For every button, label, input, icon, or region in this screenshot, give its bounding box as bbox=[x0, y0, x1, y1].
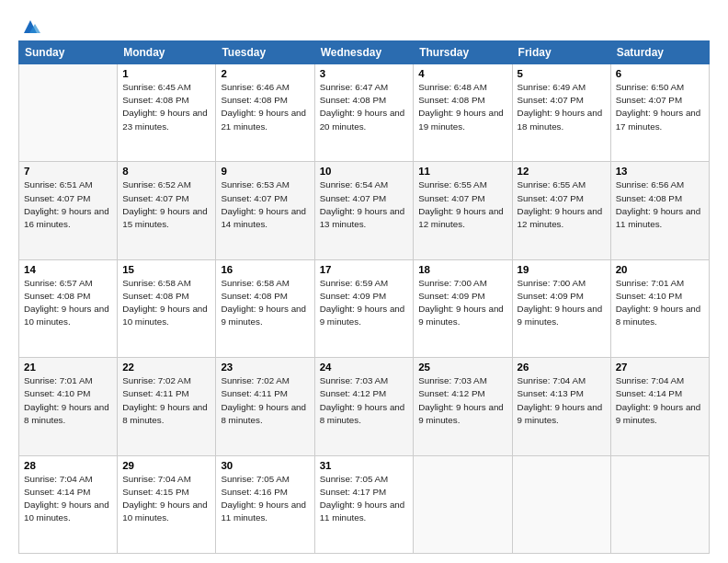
day-info: Sunrise: 7:04 AMSunset: 4:13 PMDaylight:… bbox=[518, 374, 606, 427]
day-info: Sunrise: 6:55 AMSunset: 4:07 PMDaylight:… bbox=[518, 178, 606, 231]
day-info: Sunrise: 6:56 AMSunset: 4:08 PMDaylight:… bbox=[616, 178, 704, 231]
day-info: Sunrise: 7:03 AMSunset: 4:12 PMDaylight:… bbox=[320, 374, 409, 427]
day-cell: 18Sunrise: 7:00 AMSunset: 4:09 PMDayligh… bbox=[414, 259, 512, 357]
day-cell: 16Sunrise: 6:58 AMSunset: 4:08 PMDayligh… bbox=[216, 259, 314, 357]
day-cell: 9Sunrise: 6:53 AMSunset: 4:07 PMDaylight… bbox=[216, 162, 314, 259]
day-number: 8 bbox=[122, 166, 210, 177]
day-info: Sunrise: 6:54 AMSunset: 4:07 PMDaylight:… bbox=[320, 178, 409, 231]
day-cell: 24Sunrise: 7:03 AMSunset: 4:12 PMDayligh… bbox=[314, 358, 414, 455]
day-number: 23 bbox=[221, 362, 309, 373]
day-number: 12 bbox=[518, 166, 606, 177]
day-info: Sunrise: 7:04 AMSunset: 4:15 PMDaylight:… bbox=[122, 473, 210, 525]
day-cell: 28Sunrise: 7:04 AMSunset: 4:14 PMDayligh… bbox=[19, 455, 118, 553]
day-number: 11 bbox=[418, 166, 506, 177]
day-number: 20 bbox=[616, 264, 704, 275]
day-info: Sunrise: 6:58 AMSunset: 4:08 PMDaylight:… bbox=[122, 277, 210, 329]
day-cell bbox=[19, 64, 118, 162]
day-cell: 4Sunrise: 6:48 AMSunset: 4:08 PMDaylight… bbox=[414, 64, 512, 162]
page: SundayMondayTuesdayWednesdayThursdayFrid… bbox=[0, 0, 728, 563]
logo-icon bbox=[20, 17, 40, 37]
col-header-sunday: Sunday bbox=[19, 41, 118, 64]
day-cell: 12Sunrise: 6:55 AMSunset: 4:07 PMDayligh… bbox=[512, 162, 610, 259]
day-number: 15 bbox=[122, 264, 210, 275]
day-cell: 19Sunrise: 7:00 AMSunset: 4:09 PMDayligh… bbox=[512, 259, 610, 357]
day-info: Sunrise: 7:00 AMSunset: 4:09 PMDaylight:… bbox=[518, 277, 606, 329]
day-cell: 15Sunrise: 6:58 AMSunset: 4:08 PMDayligh… bbox=[118, 259, 216, 357]
col-header-saturday: Saturday bbox=[610, 41, 709, 64]
day-cell: 22Sunrise: 7:02 AMSunset: 4:11 PMDayligh… bbox=[118, 358, 216, 455]
day-number: 29 bbox=[122, 460, 210, 471]
calendar-header-row: SundayMondayTuesdayWednesdayThursdayFrid… bbox=[19, 41, 710, 64]
day-number: 3 bbox=[320, 68, 409, 79]
day-number: 22 bbox=[122, 362, 210, 373]
day-cell: 17Sunrise: 6:59 AMSunset: 4:09 PMDayligh… bbox=[314, 259, 414, 357]
day-cell: 7Sunrise: 6:51 AMSunset: 4:07 PMDaylight… bbox=[19, 162, 118, 259]
day-number: 31 bbox=[320, 460, 409, 471]
day-cell: 10Sunrise: 6:54 AMSunset: 4:07 PMDayligh… bbox=[314, 162, 414, 259]
day-info: Sunrise: 6:55 AMSunset: 4:07 PMDaylight:… bbox=[418, 178, 506, 231]
col-header-tuesday: Tuesday bbox=[216, 41, 314, 64]
col-header-friday: Friday bbox=[512, 41, 610, 64]
day-info: Sunrise: 6:50 AMSunset: 4:07 PMDaylight:… bbox=[616, 81, 704, 133]
day-cell: 8Sunrise: 6:52 AMSunset: 4:07 PMDaylight… bbox=[118, 162, 216, 259]
day-cell: 25Sunrise: 7:03 AMSunset: 4:12 PMDayligh… bbox=[414, 358, 512, 455]
day-number: 18 bbox=[418, 264, 506, 275]
day-number: 9 bbox=[221, 166, 309, 177]
day-info: Sunrise: 6:46 AMSunset: 4:08 PMDaylight:… bbox=[221, 81, 309, 133]
day-number: 24 bbox=[320, 362, 409, 373]
day-number: 7 bbox=[24, 166, 112, 177]
day-number: 16 bbox=[221, 264, 309, 275]
calendar: SundayMondayTuesdayWednesdayThursdayFrid… bbox=[18, 40, 710, 554]
day-cell: 20Sunrise: 7:01 AMSunset: 4:10 PMDayligh… bbox=[610, 259, 709, 357]
day-cell: 3Sunrise: 6:47 AMSunset: 4:08 PMDaylight… bbox=[314, 64, 414, 162]
day-number: 28 bbox=[24, 460, 112, 471]
col-header-thursday: Thursday bbox=[414, 41, 512, 64]
day-number: 26 bbox=[518, 362, 606, 373]
day-cell bbox=[414, 455, 512, 553]
day-info: Sunrise: 6:53 AMSunset: 4:07 PMDaylight:… bbox=[221, 178, 309, 231]
day-number: 5 bbox=[518, 68, 606, 79]
day-info: Sunrise: 7:02 AMSunset: 4:11 PMDaylight:… bbox=[221, 374, 309, 427]
day-number: 1 bbox=[122, 68, 210, 79]
day-info: Sunrise: 6:48 AMSunset: 4:08 PMDaylight:… bbox=[418, 81, 506, 133]
day-cell: 5Sunrise: 6:49 AMSunset: 4:07 PMDaylight… bbox=[512, 64, 610, 162]
day-cell: 30Sunrise: 7:05 AMSunset: 4:16 PMDayligh… bbox=[216, 455, 314, 553]
day-cell: 2Sunrise: 6:46 AMSunset: 4:08 PMDaylight… bbox=[216, 64, 314, 162]
day-info: Sunrise: 7:05 AMSunset: 4:16 PMDaylight:… bbox=[221, 473, 309, 525]
day-number: 13 bbox=[616, 166, 704, 177]
week-row-1: 7Sunrise: 6:51 AMSunset: 4:07 PMDaylight… bbox=[19, 162, 710, 259]
day-number: 4 bbox=[418, 68, 506, 79]
day-info: Sunrise: 6:52 AMSunset: 4:07 PMDaylight:… bbox=[122, 178, 210, 231]
day-cell: 14Sunrise: 6:57 AMSunset: 4:08 PMDayligh… bbox=[19, 259, 118, 357]
day-cell: 6Sunrise: 6:50 AMSunset: 4:07 PMDaylight… bbox=[610, 64, 709, 162]
day-number: 30 bbox=[221, 460, 309, 471]
week-row-2: 14Sunrise: 6:57 AMSunset: 4:08 PMDayligh… bbox=[19, 259, 710, 357]
day-number: 14 bbox=[24, 264, 112, 275]
day-info: Sunrise: 6:47 AMSunset: 4:08 PMDaylight:… bbox=[320, 81, 409, 133]
day-number: 2 bbox=[221, 68, 309, 79]
logo bbox=[18, 17, 40, 33]
day-cell: 13Sunrise: 6:56 AMSunset: 4:08 PMDayligh… bbox=[610, 162, 709, 259]
day-info: Sunrise: 6:45 AMSunset: 4:08 PMDaylight:… bbox=[122, 81, 210, 133]
day-info: Sunrise: 6:51 AMSunset: 4:07 PMDaylight:… bbox=[24, 178, 112, 231]
day-info: Sunrise: 6:58 AMSunset: 4:08 PMDaylight:… bbox=[221, 277, 309, 329]
day-cell: 1Sunrise: 6:45 AMSunset: 4:08 PMDaylight… bbox=[118, 64, 216, 162]
day-number: 10 bbox=[320, 166, 409, 177]
week-row-0: 1Sunrise: 6:45 AMSunset: 4:08 PMDaylight… bbox=[19, 64, 710, 162]
day-cell: 29Sunrise: 7:04 AMSunset: 4:15 PMDayligh… bbox=[118, 455, 216, 553]
day-info: Sunrise: 7:02 AMSunset: 4:11 PMDaylight:… bbox=[122, 374, 210, 427]
day-cell: 26Sunrise: 7:04 AMSunset: 4:13 PMDayligh… bbox=[512, 358, 610, 455]
day-cell: 23Sunrise: 7:02 AMSunset: 4:11 PMDayligh… bbox=[216, 358, 314, 455]
day-info: Sunrise: 7:01 AMSunset: 4:10 PMDaylight:… bbox=[24, 374, 112, 427]
day-number: 21 bbox=[24, 362, 112, 373]
day-info: Sunrise: 6:57 AMSunset: 4:08 PMDaylight:… bbox=[24, 277, 112, 329]
day-cell: 27Sunrise: 7:04 AMSunset: 4:14 PMDayligh… bbox=[610, 358, 709, 455]
header bbox=[18, 17, 710, 33]
day-info: Sunrise: 7:00 AMSunset: 4:09 PMDaylight:… bbox=[418, 277, 506, 329]
day-cell: 21Sunrise: 7:01 AMSunset: 4:10 PMDayligh… bbox=[19, 358, 118, 455]
day-number: 17 bbox=[320, 264, 409, 275]
day-info: Sunrise: 7:03 AMSunset: 4:12 PMDaylight:… bbox=[418, 374, 506, 427]
day-info: Sunrise: 7:01 AMSunset: 4:10 PMDaylight:… bbox=[616, 277, 704, 329]
day-number: 27 bbox=[616, 362, 704, 373]
day-number: 6 bbox=[616, 68, 704, 79]
